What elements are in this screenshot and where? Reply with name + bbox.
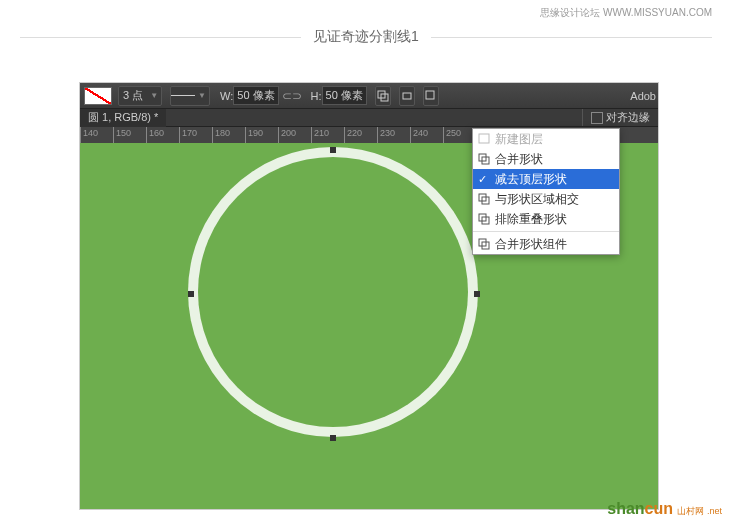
height-label: H: <box>311 90 322 102</box>
tab-bar: 圆 1, RGB/8) * 对齐边缘 <box>80 109 658 127</box>
anchor-point-top[interactable] <box>330 147 336 153</box>
ruler-tick: 190 <box>245 127 263 143</box>
stroke-style-dropdown[interactable]: ▼ <box>170 86 210 106</box>
menu-label: 合并形状 <box>495 151 543 168</box>
path-operations-menu: 新建图层 合并形状 ✓ 减去顶层形状 与形状区域相交 排除重叠形状 合并形状组件 <box>472 128 620 255</box>
options-bar: 3 点 ▼ ▼ W: 50 像素 ⊂⊃ H: 50 像素 Adob <box>80 83 658 109</box>
ruler-tick: 160 <box>146 127 164 143</box>
merge-icon <box>478 238 491 250</box>
svg-rect-2 <box>403 93 411 99</box>
path-align-button[interactable] <box>399 86 415 106</box>
divider-line-right <box>431 37 712 38</box>
align-icon <box>400 89 414 103</box>
intersect-icon <box>478 193 491 205</box>
link-icon[interactable]: ⊂⊃ <box>282 89 302 103</box>
arrange-icon <box>424 89 438 103</box>
stroke-width-dropdown[interactable]: 3 点 ▼ <box>118 86 162 106</box>
menu-item-combine[interactable]: 合并形状 <box>473 149 619 169</box>
stroke-width-value: 3 点 <box>119 88 147 103</box>
menu-item-merge-components[interactable]: 合并形状组件 <box>473 234 619 254</box>
document-tab[interactable]: 圆 1, RGB/8) * <box>80 109 166 127</box>
credit-text: 思缘设计论坛 WWW.MISSYUAN.COM <box>540 6 712 20</box>
menu-label: 合并形状组件 <box>495 236 567 253</box>
menu-item-new-layer: 新建图层 <box>473 129 619 149</box>
ruler-tick: 240 <box>410 127 428 143</box>
ruler-tick: 230 <box>377 127 395 143</box>
width-label: W: <box>220 90 233 102</box>
divider-line-left <box>20 37 301 38</box>
menu-separator <box>473 231 619 232</box>
check-icon: ✓ <box>478 173 487 186</box>
divider-label: 见证奇迹分割线1 <box>301 28 431 46</box>
menu-label: 排除重叠形状 <box>495 211 567 228</box>
menu-item-intersect[interactable]: 与形状区域相交 <box>473 189 619 209</box>
align-edges-label: 对齐边缘 <box>606 110 650 125</box>
circle-shape-inner <box>198 157 468 427</box>
anchor-point-bottom[interactable] <box>330 435 336 441</box>
menu-item-exclude[interactable]: 排除重叠形状 <box>473 209 619 229</box>
ruler-tick: 180 <box>212 127 230 143</box>
menu-label: 新建图层 <box>495 131 543 148</box>
combine-icon <box>478 153 491 165</box>
checkbox-icon <box>591 112 603 124</box>
svg-rect-3 <box>426 91 434 99</box>
align-edges-toggle[interactable]: 对齐边缘 <box>582 109 658 126</box>
ruler-tick: 200 <box>278 127 296 143</box>
path-operations-button[interactable] <box>375 86 391 106</box>
ruler-tick: 140 <box>80 127 98 143</box>
chevron-down-icon: ▼ <box>195 91 209 100</box>
watermark-logo: shancun 山村网 .net <box>607 500 722 518</box>
height-input[interactable]: 50 像素 <box>322 86 367 105</box>
ruler-tick: 170 <box>179 127 197 143</box>
watermark-part1: shan <box>607 500 644 517</box>
exclude-icon <box>478 213 491 225</box>
watermark-subtitle: 山村网 .net <box>677 506 722 516</box>
ruler-tick: 250 <box>443 127 461 143</box>
stroke-color-swatch[interactable] <box>84 87 112 105</box>
stroke-line-icon <box>171 95 195 96</box>
ruler-tick: 210 <box>311 127 329 143</box>
menu-item-subtract[interactable]: ✓ 减去顶层形状 <box>473 169 619 189</box>
ruler-tick: 220 <box>344 127 362 143</box>
adobe-brand: Adob <box>630 90 656 102</box>
watermark-part2: cun <box>645 500 673 517</box>
menu-label: 减去顶层形状 <box>495 171 567 188</box>
path-ops-icon <box>376 89 390 103</box>
chevron-down-icon: ▼ <box>147 91 161 100</box>
section-divider: 见证奇迹分割线1 <box>0 28 732 46</box>
ruler-tick: 150 <box>113 127 131 143</box>
path-arrange-button[interactable] <box>423 86 439 106</box>
new-layer-icon <box>478 133 491 145</box>
width-input[interactable]: 50 像素 <box>233 86 278 105</box>
anchor-point-left[interactable] <box>188 291 194 297</box>
menu-label: 与形状区域相交 <box>495 191 579 208</box>
anchor-point-right[interactable] <box>474 291 480 297</box>
svg-rect-4 <box>479 134 489 143</box>
